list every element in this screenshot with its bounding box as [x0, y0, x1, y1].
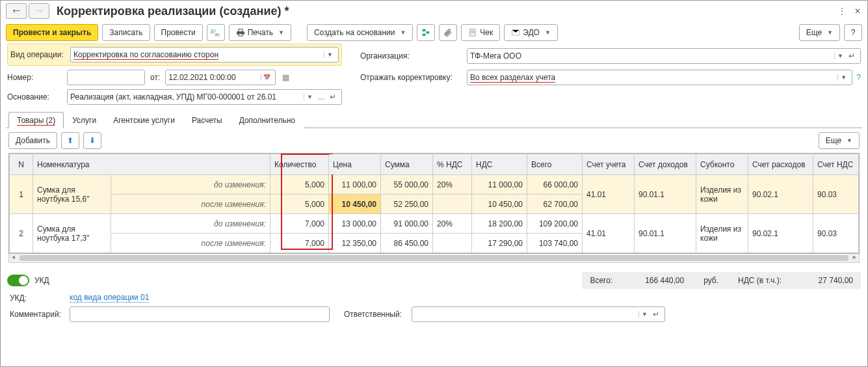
dtkt-icon: ДтКт	[211, 28, 221, 37]
create-based-on-button[interactable]: Создать на основании▼	[307, 24, 413, 41]
ukd-toggle-label: УКД	[34, 276, 49, 285]
date-field[interactable]: 12.02.2021 0:00:00 📅	[165, 70, 276, 85]
dtkt-button[interactable]: ДтКт	[207, 24, 225, 41]
kebab-menu-icon[interactable]: ⋮	[837, 7, 847, 16]
table-more-button[interactable]: Еще▼	[819, 132, 860, 149]
add-row-button[interactable]: Добавить	[8, 132, 57, 149]
open-icon[interactable]: ↵	[650, 310, 662, 319]
col-acc[interactable]: Счет учета	[583, 154, 635, 175]
help-icon[interactable]: ?	[856, 73, 861, 82]
ukd-op-code-link[interactable]: код вида операции 01	[70, 293, 149, 303]
chevron-down-icon[interactable]: ▼	[834, 53, 846, 59]
table-header-row: N Номенклатура Количество Цена Сумма % Н…	[10, 154, 859, 175]
basis-label: Основание:	[7, 92, 67, 102]
window-title: Корректировка реализации (создание) *	[57, 5, 289, 18]
reflect-select[interactable]: Во всех разделах учета ▼	[467, 70, 852, 85]
col-inc-acc[interactable]: Счет доходов	[635, 154, 696, 175]
close-icon[interactable]: ✕	[853, 7, 862, 16]
edo-icon	[511, 28, 520, 37]
tab-goods[interactable]: Товары (2)	[8, 112, 64, 128]
col-nomen[interactable]: Номенклатура	[33, 154, 270, 175]
col-qty[interactable]: Количество	[270, 154, 329, 175]
move-down-button[interactable]: ⬇	[83, 132, 101, 149]
ellipsis-icon[interactable]: …	[315, 92, 327, 102]
col-exp-acc[interactable]: Счет расходов	[748, 154, 813, 175]
chevron-down-icon[interactable]: ▼	[837, 74, 849, 81]
col-price[interactable]: Цена	[329, 154, 381, 175]
calendar-icon[interactable]: 📅	[261, 74, 272, 81]
nav-back-button[interactable]: 🡐	[6, 3, 27, 19]
totals-panel: Всего: 166 440,00 руб. НДС (в т.ч.): 27 …	[582, 272, 861, 289]
chevron-down-icon: ▼	[400, 29, 406, 36]
org-label: Организация:	[356, 51, 467, 61]
chevron-down-icon: ▼	[827, 29, 833, 36]
chevron-down-icon[interactable]: ▼	[324, 51, 335, 58]
open-icon[interactable]: ↵	[327, 92, 339, 102]
comment-field[interactable]	[70, 306, 330, 322]
number-label: Номер:	[7, 73, 67, 82]
attachments-button[interactable]	[439, 24, 457, 41]
tab-more[interactable]: Дополнительно	[231, 112, 304, 128]
chevron-down-icon: ▼	[545, 29, 551, 36]
responsible-select[interactable]: ▼ ↵	[412, 306, 665, 322]
from-label: от:	[150, 73, 160, 82]
more-button[interactable]: Еще▼	[799, 24, 840, 41]
receipt-icon	[468, 28, 477, 37]
cheque-button[interactable]: Чек	[461, 24, 500, 41]
arrow-down-icon: ⬇	[89, 136, 96, 145]
col-sub[interactable]: Субконто	[696, 154, 748, 175]
move-up-button[interactable]: ⬆	[61, 132, 79, 149]
write-button[interactable]: Записать	[102, 24, 150, 41]
table-row[interactable]: 2 Сумка для ноутбука 17,3" до изменения:…	[10, 214, 859, 234]
vat-total-value: 27 740,00	[801, 276, 853, 285]
post-button[interactable]: Провести	[154, 24, 203, 41]
responsible-label: Ответственный:	[344, 310, 412, 319]
col-n[interactable]: N	[10, 154, 33, 175]
structure-button[interactable]	[417, 24, 435, 41]
chevron-down-icon[interactable]: ▼	[304, 94, 315, 100]
col-vat[interactable]: НДС	[472, 154, 527, 175]
tab-calc[interactable]: Расчеты	[183, 112, 231, 128]
number-field[interactable]	[67, 70, 145, 85]
paperclip-icon	[443, 28, 453, 37]
printer-icon	[236, 28, 245, 37]
comment-label: Комментарий:	[10, 310, 70, 319]
col-sum[interactable]: Сумма	[381, 154, 433, 175]
total-value: 166 440,00	[632, 276, 684, 285]
print-button[interactable]: Печать▼	[229, 24, 291, 41]
org-select[interactable]: ТФ-Мега ООО ▼ ↵	[467, 48, 861, 64]
nav-forward-button[interactable]: 🡒	[29, 3, 49, 19]
horizontal-scrollbar[interactable]	[8, 254, 860, 263]
help-button[interactable]: ?	[844, 24, 862, 41]
goods-table: N Номенклатура Количество Цена Сумма % Н…	[9, 154, 859, 253]
col-total[interactable]: Всего	[527, 154, 583, 175]
op-type-label: Вид операции:	[10, 50, 70, 59]
chevron-down-icon[interactable]: ▼	[638, 311, 650, 318]
ukd-toggle[interactable]	[7, 275, 29, 286]
hierarchy-icon	[421, 28, 430, 37]
chevron-down-icon: ▼	[847, 137, 852, 144]
col-vat-acc[interactable]: Счет НДС	[813, 154, 859, 175]
op-type-select[interactable]: Корректировка по согласованию сторон ▼	[70, 47, 339, 62]
table-row[interactable]: 1 Сумка для ноутбука 15,6" до изменения:…	[10, 175, 859, 195]
ukd-label: УКД:	[10, 293, 70, 303]
reflect-label: Отражать корректировку:	[356, 73, 467, 82]
open-icon[interactable]: ↵	[846, 51, 858, 61]
basis-field[interactable]: Реализация (акт, накладная, УПД) МГ00-00…	[67, 89, 342, 105]
col-vat-pct[interactable]: % НДС	[433, 154, 472, 175]
arrow-up-icon: ⬆	[67, 136, 73, 145]
tab-services[interactable]: Услуги	[64, 112, 105, 128]
chevron-down-icon: ▼	[278, 29, 284, 36]
post-and-close-button[interactable]: Провести и закрыть	[6, 24, 98, 41]
edo-button[interactable]: ЭДО▼	[504, 24, 558, 41]
tab-agent[interactable]: Агентские услуги	[105, 112, 183, 128]
svg-text:Кт: Кт	[215, 33, 220, 37]
expand-icon[interactable]: ▦	[282, 73, 289, 82]
